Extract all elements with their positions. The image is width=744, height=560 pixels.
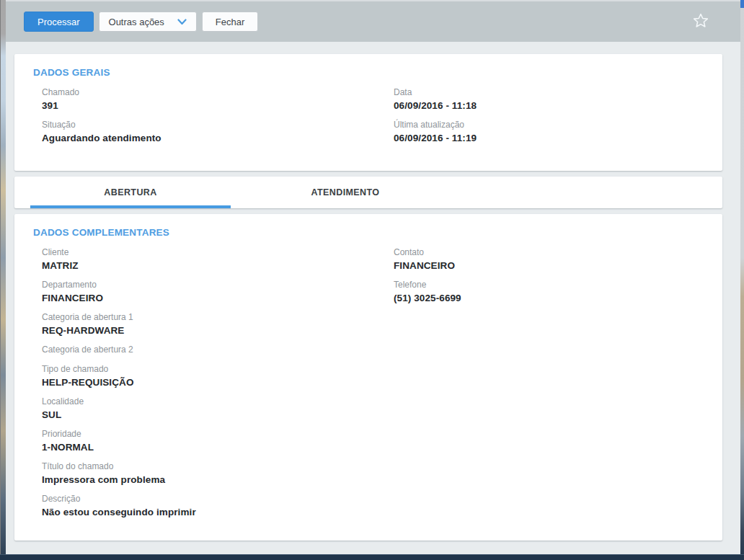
field-ultima-atualizacao: Última atualização 06/09/2016 - 11:19 — [394, 120, 704, 143]
background-left-strip — [0, 0, 6, 560]
background-right-strip — [740, 0, 744, 560]
background-corner-accent — [740, 0, 744, 8]
field-localidade: Localidade SUL — [42, 396, 394, 420]
field-descricao: Descrição Não estou conseguindo imprimir — [42, 494, 394, 517]
field-label: Localidade — [42, 396, 394, 407]
field-value: HELP-REQUISIÇÃO — [42, 377, 394, 388]
general-section-title: DADOS GERAIS — [33, 67, 704, 78]
field-value: Impressora com problema — [42, 474, 394, 485]
field-value: 391 — [42, 100, 394, 111]
process-button[interactable]: Processar — [24, 12, 94, 32]
field-contato: Contato FINANCEIRO — [394, 247, 704, 271]
field-label: Data — [394, 87, 704, 98]
field-label: Categoria de abertura 2 — [42, 345, 394, 355]
field-categoria-abertura-2: Categoria de abertura 2 — [42, 345, 394, 355]
close-button-label: Fechar — [216, 17, 244, 27]
bottom-window-edge — [0, 554, 744, 560]
screen: Processar Outras ações Fechar — [0, 0, 744, 560]
field-value: REQ-HARDWARE — [42, 325, 394, 336]
field-label: Descrição — [42, 494, 394, 505]
favorite-button[interactable] — [693, 13, 709, 30]
field-value: MATRIZ — [42, 260, 394, 271]
field-categoria-abertura-1: Categoria de abertura 1 REQ-HARDWARE — [42, 312, 394, 336]
complementary-section-title: DADOS COMPLEMENTARES — [33, 227, 704, 238]
field-label: Categoria de abertura 1 — [42, 312, 394, 323]
field-value: (51) 3025-6699 — [394, 293, 704, 303]
field-label: Cliente — [42, 247, 394, 258]
field-label: Tipo de chamado — [42, 364, 394, 375]
field-cliente: Cliente MATRIZ — [42, 247, 394, 271]
main-content: DADOS GERAIS Chamado 391 Situação Aguard… — [6, 42, 740, 541]
field-value: Aguardando atendimento — [42, 133, 394, 143]
field-label: Departamento — [42, 280, 394, 290]
field-label: Situação — [42, 120, 394, 130]
close-button[interactable]: Fechar — [202, 12, 258, 32]
field-situacao: Situação Aguardando atendimento — [42, 120, 394, 143]
toolbar: Processar Outras ações Fechar — [6, 1, 740, 42]
field-value: SUL — [42, 409, 394, 420]
field-chamado: Chamado 391 — [42, 87, 394, 111]
field-label: Título do chamado — [42, 461, 394, 472]
field-value: 06/09/2016 - 11:18 — [394, 100, 704, 111]
field-value: FINANCEIRO — [42, 293, 394, 303]
general-data-card: DADOS GERAIS Chamado 391 Situação Aguard… — [14, 54, 722, 171]
complementary-data-card: DADOS COMPLEMENTARES Cliente MATRIZ Depa… — [14, 214, 722, 541]
chevron-down-icon — [177, 19, 187, 25]
field-value: FINANCEIRO — [394, 260, 704, 271]
tab-bar: ABERTURA ATENDIMENTO — [14, 177, 722, 208]
field-label: Prioridade — [42, 429, 394, 440]
star-outline-icon — [693, 13, 709, 30]
field-label: Contato — [394, 247, 704, 258]
field-value: Não estou conseguindo imprimir — [42, 507, 394, 517]
field-titulo-do-chamado: Título do chamado Impressora com problem… — [42, 461, 394, 485]
tab-abertura[interactable]: ABERTURA — [30, 177, 231, 208]
other-actions-dropdown[interactable]: Outras ações — [99, 12, 197, 32]
field-value: 1-NORMAL — [42, 442, 394, 453]
field-label: Telefone — [394, 280, 704, 290]
process-button-label: Processar — [37, 17, 80, 27]
field-label: Chamado — [42, 87, 394, 98]
field-telefone: Telefone (51) 3025-6699 — [394, 280, 704, 303]
field-prioridade: Prioridade 1-NORMAL — [42, 429, 394, 453]
other-actions-label: Outras ações — [109, 17, 164, 27]
field-label: Última atualização — [394, 120, 704, 130]
field-value: 06/09/2016 - 11:19 — [394, 133, 704, 143]
tab-atendimento[interactable]: ATENDIMENTO — [245, 177, 446, 208]
field-data: Data 06/09/2016 - 11:18 — [394, 87, 704, 111]
field-departamento: Departamento FINANCEIRO — [42, 280, 394, 303]
app-window: Processar Outras ações Fechar — [6, 0, 740, 560]
field-tipo-de-chamado: Tipo de chamado HELP-REQUISIÇÃO — [42, 364, 394, 388]
